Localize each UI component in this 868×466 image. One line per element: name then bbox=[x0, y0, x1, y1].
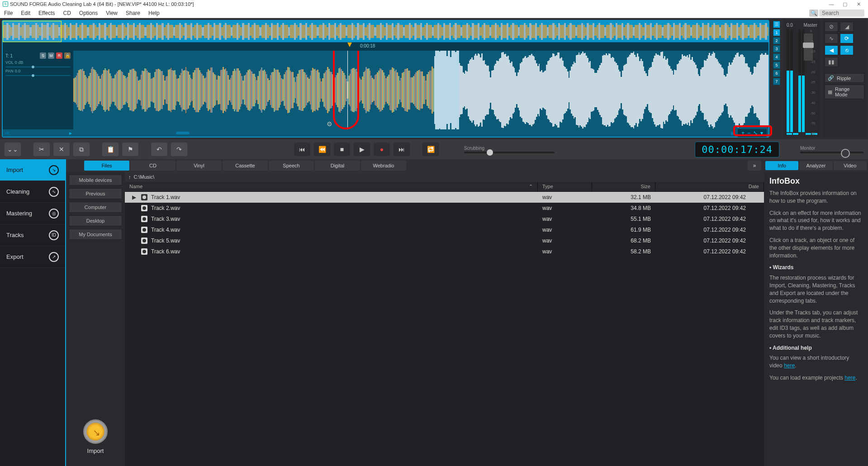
tool-loop-icon[interactable]: ⊘ bbox=[825, 22, 838, 32]
track-6-button[interactable]: 6 bbox=[773, 70, 780, 77]
tool-levels-icon[interactable]: ▮▮ bbox=[825, 57, 838, 67]
search-input[interactable]: Search bbox=[819, 10, 864, 17]
marker-button[interactable]: ⚑ bbox=[122, 143, 138, 156]
waveform-overview[interactable] bbox=[3, 21, 768, 43]
undo-button[interactable]: ↶ bbox=[151, 143, 167, 156]
tool-volume-icon[interactable]: ◢ bbox=[840, 22, 854, 32]
record-arm-button[interactable]: R bbox=[56, 52, 62, 59]
scroll-right-icon[interactable]: ▶ bbox=[731, 130, 735, 136]
copy-button[interactable]: ⧉ bbox=[73, 143, 90, 156]
file-row[interactable]: Track 5.wavwav68.2 MB07.12.2022 09:42 bbox=[125, 235, 764, 246]
file-row[interactable]: Track 6.wavwav58.2 MB07.12.2022 09:42 bbox=[125, 246, 764, 257]
path-up-icon[interactable]: ↑ bbox=[128, 174, 131, 180]
import-big-icon[interactable] bbox=[83, 419, 108, 444]
track-3-button[interactable]: 3 bbox=[773, 45, 780, 52]
tab-cassette[interactable]: Cassette bbox=[223, 161, 268, 171]
infotab-analyzer[interactable]: Analyzer bbox=[799, 161, 832, 170]
zoom-menu-button[interactable]: ▾ bbox=[760, 130, 763, 136]
stop-button[interactable]: ■ bbox=[334, 143, 350, 156]
ripple-button[interactable]: 🔗Ripple bbox=[825, 73, 864, 83]
loop-toggle-button[interactable]: 🔁 bbox=[422, 143, 439, 156]
sidebar-item-tracks[interactable]: TracksID bbox=[0, 224, 65, 246]
solo-button[interactable]: S bbox=[40, 52, 46, 59]
sort-asc-icon[interactable]: ⌃ bbox=[529, 184, 533, 190]
file-header[interactable]: Name⌃ Type Size Date bbox=[125, 182, 764, 192]
loc-previous[interactable]: Previous bbox=[69, 188, 122, 199]
scroll-left-icon[interactable]: ≪ bbox=[5, 130, 10, 136]
tool-reset-icon[interactable]: ⟳ bbox=[840, 33, 854, 43]
tool-back-icon[interactable]: ◀ bbox=[825, 45, 838, 55]
paste-button[interactable]: 📋 bbox=[102, 143, 119, 156]
close-button[interactable]: ✕ bbox=[852, 1, 865, 7]
loc-desktop[interactable]: Desktop bbox=[69, 215, 122, 226]
mute-button[interactable]: M bbox=[48, 52, 54, 59]
infotab-info[interactable]: Info bbox=[765, 161, 798, 170]
intro-video-link[interactable]: here bbox=[784, 362, 795, 369]
lock-button[interactable]: 🔒 bbox=[64, 52, 71, 59]
timeline-ruler[interactable]: 0:00:18 bbox=[3, 43, 768, 51]
loc-mobile[interactable]: Mobile devices bbox=[69, 175, 122, 185]
track-1-button[interactable]: 1 bbox=[773, 29, 780, 36]
loc-mydocs[interactable]: My Documents bbox=[69, 229, 122, 240]
search-icon[interactable]: 🔍 bbox=[809, 10, 818, 17]
sidebar-item-export[interactable]: Export↗ bbox=[0, 246, 65, 268]
playhead-marker-icon[interactable] bbox=[347, 43, 352, 47]
playhead-cursor[interactable] bbox=[347, 51, 348, 129]
expand-down-button[interactable]: ⌄⌄ bbox=[5, 143, 21, 156]
menu-edit[interactable]: Edit bbox=[17, 10, 34, 16]
scrubbing-slider[interactable] bbox=[464, 152, 555, 153]
rewind-start-button[interactable]: ⏮ bbox=[294, 143, 310, 156]
sidebar-item-mastering[interactable]: Mastering◎ bbox=[0, 203, 65, 224]
tool-wave-icon[interactable]: ∿ bbox=[825, 33, 838, 43]
tab-speech[interactable]: Speech bbox=[269, 161, 314, 171]
waveform-scrollbar[interactable]: ≪ ▸ ▶ + − ⤡ ▾ bbox=[3, 129, 768, 137]
monitor-slider[interactable] bbox=[800, 152, 863, 153]
menu-cd[interactable]: CD bbox=[59, 10, 75, 16]
tab-cd[interactable]: CD bbox=[130, 161, 175, 171]
track-list-button[interactable]: ☰ bbox=[773, 21, 780, 28]
minimize-button[interactable]: — bbox=[825, 1, 838, 7]
infotab-video[interactable]: Video bbox=[834, 161, 867, 170]
range-mode-button[interactable]: ▦Range Mode bbox=[825, 85, 864, 99]
delete-button[interactable]: ✕ bbox=[53, 143, 70, 156]
tab-vinyl[interactable]: Vinyl bbox=[176, 161, 222, 171]
zoom-out-button[interactable]: − bbox=[747, 130, 750, 136]
menu-effects[interactable]: Effects bbox=[34, 10, 59, 16]
redo-button[interactable]: ↷ bbox=[171, 143, 187, 156]
menu-help[interactable]: Help bbox=[144, 10, 164, 16]
track-7-button[interactable]: 7 bbox=[773, 78, 780, 85]
track-5-button[interactable]: 5 bbox=[773, 62, 780, 69]
current-path[interactable]: C:\Music\ bbox=[134, 174, 155, 180]
cut-button[interactable]: ✂ bbox=[33, 143, 50, 156]
menu-view[interactable]: View bbox=[102, 10, 122, 16]
play-icon[interactable]: ▶ bbox=[130, 194, 138, 200]
zoom-fit-button[interactable]: ⤡ bbox=[753, 130, 758, 136]
track-2-button[interactable]: 2 bbox=[773, 37, 780, 44]
rewind-button[interactable]: ⏪ bbox=[314, 143, 330, 156]
gear-icon[interactable]: ⚙ bbox=[327, 120, 332, 128]
play-tiny-icon[interactable]: ▸ bbox=[69, 130, 72, 136]
zoom-in-button[interactable]: + bbox=[741, 130, 745, 136]
record-button[interactable]: ● bbox=[374, 143, 390, 156]
sidebar-item-cleaning[interactable]: Cleaning∿ bbox=[0, 181, 65, 203]
track-4-button[interactable]: 4 bbox=[773, 53, 780, 61]
tabs-more-button[interactable]: » bbox=[748, 161, 761, 171]
sidebar-item-import[interactable]: Import↘ bbox=[0, 159, 65, 181]
play-button[interactable]: ▶ bbox=[354, 143, 370, 156]
menu-share[interactable]: Share bbox=[122, 10, 144, 16]
waveform-track[interactable]: ⚙ bbox=[73, 51, 768, 129]
tool-auto-icon[interactable]: ⎋ bbox=[840, 45, 854, 55]
pan-slider[interactable] bbox=[5, 75, 71, 76]
forward-end-button[interactable]: ⏭ bbox=[394, 143, 410, 156]
menu-file[interactable]: File bbox=[0, 10, 17, 16]
tab-digital[interactable]: Digital bbox=[315, 161, 360, 171]
example-projects-link[interactable]: here bbox=[844, 375, 855, 381]
file-row[interactable]: Track 3.wavwav55.1 MB07.12.2022 09:42 bbox=[125, 214, 764, 224]
file-row[interactable]: Track 2.wavwav34.8 MB07.12.2022 09:42 bbox=[125, 203, 764, 214]
file-row[interactable]: Track 4.wavwav61.9 MB07.12.2022 09:42 bbox=[125, 224, 764, 235]
tab-webradio[interactable]: Webradio bbox=[361, 161, 406, 171]
maximize-button[interactable]: ▢ bbox=[838, 1, 852, 7]
menu-options[interactable]: Options bbox=[75, 10, 102, 16]
overview-selection[interactable] bbox=[3, 21, 62, 42]
loc-computer[interactable]: Computer bbox=[69, 202, 122, 213]
